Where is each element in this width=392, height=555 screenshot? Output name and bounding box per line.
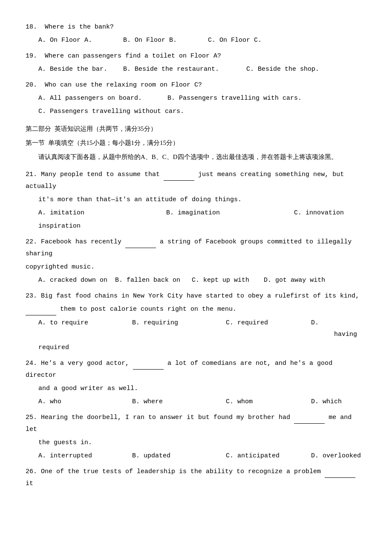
q19-option-c: C. Beside the shop. [246, 64, 327, 75]
question-23-option-d-text: required [26, 342, 366, 353]
q19-option-a: A. Beside the bar. [38, 64, 119, 75]
blank-26 [325, 466, 355, 478]
question-24-options: A. who B. where C. whom D. which [26, 396, 366, 408]
question-23-options: A. to require B. requiring C. required D… [26, 317, 366, 340]
question-24-text2: and a good writer as well. [26, 383, 366, 394]
question-24-text: 24. He's a very good actor, a lot of com… [26, 358, 366, 381]
exam-content: 18. Where is the bank? A. On Floor A. B.… [26, 21, 366, 489]
q23-option-c: C. required [226, 317, 303, 340]
question-22-text: 22. Facebook has recently a string of Fa… [26, 236, 366, 260]
q22-option-d: D. got away with [256, 277, 325, 284]
q23-option-a: A. to require [38, 317, 124, 340]
question-25-options: A. interrupted B. updated C. anticipated… [26, 450, 366, 462]
question-18: 18. Where is the bank? A. On Floor A. B.… [26, 21, 366, 46]
blank-22 [125, 236, 156, 248]
q21-option-b: B. imagination [166, 207, 285, 219]
q24-option-d: D. which [311, 396, 342, 408]
question-25-text2: the guests in. [26, 437, 366, 448]
q22-option-b: B. fallen back on [111, 275, 180, 286]
blank-24 [133, 358, 164, 370]
section2-title: 第二部分 英语知识运用（共两节，满分35分） [26, 123, 366, 135]
blank-25 [294, 412, 325, 424]
question-21-options: A. imitation B. imagination C. innovatio… [26, 207, 366, 219]
q22-option-a: A. cracked down on [38, 275, 107, 286]
q20-option-c: C. Passengers travelling without cars. [38, 108, 184, 115]
question-19-text: 19. Where can passengers find a toilet o… [26, 50, 366, 62]
question-20-text: 20. Who can use the relaxing room on Flo… [26, 79, 366, 91]
q18-option-a: A. On Floor A. [38, 35, 119, 46]
q25-option-d: D. overlooked [311, 450, 361, 462]
q24-option-a: A. who [38, 396, 124, 408]
question-21-option-d-text: inspiration [26, 220, 366, 232]
question-21-text: 21. Many people tend to assume that just… [26, 169, 366, 192]
q21-option-c: C. innovation [294, 207, 392, 219]
q18-option-b: B. On Floor B. [123, 35, 204, 46]
question-26: 26. One of the true tests of leadership … [26, 466, 366, 489]
section2-subtitle: 第一节 单项填空（共15小题；每小题1分，满分15分） [26, 137, 366, 149]
question-19-options: A. Beside the bar. B. Beside the restaur… [26, 64, 366, 75]
q25-option-a: A. interrupted [38, 450, 124, 462]
q18-option-c: C. On Floor C. [208, 35, 289, 46]
q23-option-b: B. requiring [132, 317, 217, 340]
question-22: 22. Facebook has recently a string of Fa… [26, 236, 366, 286]
question-21: 21. Many people tend to assume that just… [26, 169, 366, 232]
question-19: 19. Where can passengers find a toilet o… [26, 50, 366, 75]
q25-option-b: B. updated [132, 450, 217, 462]
q20-option-b: B. Passengers travelling with cars. [167, 92, 302, 104]
question-18-options: A. On Floor A. B. On Floor B. C. On Floo… [26, 35, 366, 46]
q21-option-a: A. imitation [38, 207, 158, 219]
question-23-text: 23. Big fast food chains in New York Cit… [26, 290, 366, 302]
q19-option-b: B. Beside the restaurant. [123, 64, 242, 75]
q24-option-b: B. where [132, 396, 217, 408]
question-25: 25. Hearing the doorbell, I ran to answe… [26, 412, 366, 462]
question-24: 24. He's a very good actor, a lot of com… [26, 358, 366, 408]
blank-21 [164, 169, 194, 181]
question-22-options: A. cracked down on B. fallen back on C. … [26, 275, 366, 286]
question-26-text: 26. One of the true tests of leadership … [26, 466, 366, 489]
q20-option-a: A. All passengers on board. [38, 92, 142, 104]
q23-option-d: D. having [311, 317, 366, 340]
question-23: 23. Big fast food chains in New York Cit… [26, 290, 366, 353]
question-25-text: 25. Hearing the doorbell, I ran to answe… [26, 412, 366, 435]
question-20-options-line2: C. Passengers travelling without cars. [26, 106, 366, 117]
question-23-text2: them to post calorie counts right on the… [26, 304, 366, 315]
section2-instruction: 请认真阅读下面各题，从题中所给的A、B、C、D四个选项中，选出最佳选项，并在答题… [26, 151, 366, 163]
question-21-text2: it's more than that—it's an attitude of … [26, 194, 366, 205]
q24-option-c: C. whom [226, 396, 303, 408]
question-20-options-line1: A. All passengers on board. B. Passenger… [26, 92, 366, 104]
question-18-text: 18. Where is the bank? [26, 21, 366, 33]
q25-option-c: C. anticipated [226, 450, 303, 462]
q22-option-c: C. kept up with [184, 275, 252, 286]
question-20: 20. Who can use the relaxing room on Flo… [26, 79, 366, 117]
blank-23 [26, 304, 56, 315]
question-22-text2: copyrighted music. [26, 261, 366, 273]
